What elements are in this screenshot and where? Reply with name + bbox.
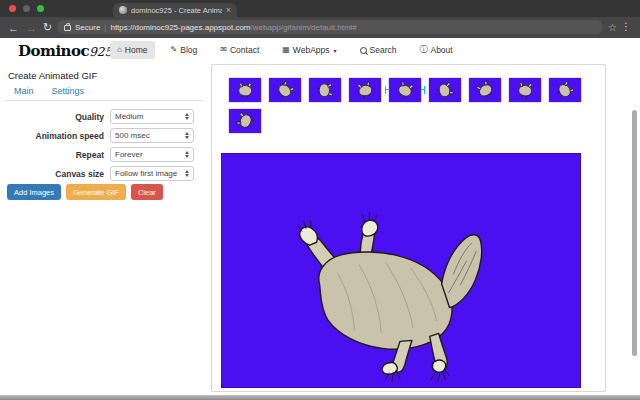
tab-close-icon[interactable]: × — [226, 6, 231, 15]
nav-item-webapps[interactable]: ▦WebApps▾ — [275, 41, 343, 59]
site-nav-list: ⌂Home✎Blog✉Contact▦WebApps▾SearchⓘAbout — [110, 41, 460, 59]
browser-menu-icon[interactable]: ⋮ — [621, 20, 631, 34]
window-bottom-edge — [0, 395, 640, 400]
frame-cat-glyph — [552, 77, 577, 103]
frame-cat-glyph — [234, 109, 256, 133]
secure-label: Secure — [75, 23, 100, 32]
frame-thumbnail-2[interactable] — [269, 78, 301, 102]
url-separator: | — [104, 23, 106, 32]
gif-editor-panel — [211, 64, 606, 392]
about-icon: ⓘ — [419, 46, 427, 54]
frame-cat-glyph — [393, 79, 417, 101]
frame-cat-glyph — [272, 77, 298, 102]
frame-strip — [212, 65, 605, 145]
form-row: RepeatForever — [0, 145, 208, 164]
nav-item-about[interactable]: ⓘAbout — [412, 41, 459, 59]
drag-insert-marker — [424, 86, 425, 94]
form-row: Animation speed500 msec — [0, 126, 208, 145]
nav-item-label: WebApps — [293, 45, 330, 55]
webapps-icon: ▦ — [282, 46, 290, 54]
frame-cat-glyph — [514, 81, 535, 99]
frame-thumbnail-10[interactable] — [229, 109, 261, 133]
search-icon — [360, 47, 367, 54]
frame-cat-glyph — [235, 82, 255, 98]
select-arrows-icon — [185, 113, 189, 120]
tab-title: dominoc925 - Create Anima — [131, 6, 222, 15]
chevron-down-icon: ▾ — [334, 47, 337, 54]
field-label: Canvas size — [0, 169, 110, 179]
nav-item-label: Search — [370, 45, 397, 55]
generate-gif-button[interactable]: Generate GIF — [66, 184, 126, 200]
page-scrollbar[interactable] — [632, 110, 637, 356]
nav-item-label: Contact — [230, 45, 259, 55]
frame-thumbnail-5[interactable] — [389, 78, 421, 102]
preview-canvas — [221, 153, 581, 388]
frame-cat-glyph — [434, 78, 456, 102]
frame-thumbnail-4[interactable] — [349, 78, 381, 102]
field-label: Animation speed — [0, 131, 110, 141]
select-arrows-icon — [185, 132, 189, 139]
action-buttons: Add ImagesGenerate GIFClear — [7, 184, 163, 200]
nav-item-blog[interactable]: ✎Blog — [164, 41, 205, 59]
nav-item-label: Home — [125, 45, 148, 55]
field-label: Repeat — [0, 150, 110, 160]
canvas-size-select[interactable]: Follow first image — [110, 166, 194, 181]
sidebar-tabs: MainSettings — [14, 86, 84, 96]
frame-cat-glyph — [316, 79, 334, 100]
favicon — [119, 6, 127, 14]
select-arrows-icon — [185, 151, 189, 158]
nav-item-label: About — [430, 45, 452, 55]
frame-cat-glyph — [353, 80, 376, 101]
browser-tab[interactable]: dominoc925 - Create Anima × — [113, 3, 237, 17]
nav-item-label: Blog — [180, 45, 197, 55]
frame-thumbnail-8[interactable] — [509, 78, 541, 102]
page-title: Create Animated GIF — [8, 70, 97, 81]
window-controls — [9, 5, 44, 12]
add-images-button[interactable]: Add Images — [7, 184, 61, 200]
select-value: Medium — [115, 112, 183, 121]
url-path: /webapp/gifanim/default.html# — [251, 23, 357, 32]
nav-item-home[interactable]: ⌂Home — [110, 41, 155, 59]
frame-thumbnail-3[interactable] — [309, 78, 341, 102]
blog-icon: ✎ — [171, 46, 178, 54]
browser-toolbar: ← → ↻ Secure | https://dominoc925-pages.… — [0, 17, 640, 38]
select-value: Follow first image — [115, 169, 183, 178]
frame-cat-glyph — [472, 78, 498, 103]
sidebar-tab-main[interactable]: Main — [14, 86, 34, 96]
tabs-divider — [5, 100, 203, 101]
field-label: Quality — [0, 112, 110, 122]
clear-button[interactable]: Clear — [131, 184, 163, 200]
address-bar[interactable]: Secure | https://dominoc925-pages.appspo… — [57, 20, 603, 34]
nav-item-contact[interactable]: ✉Contact — [213, 41, 266, 59]
maximize-window-button[interactable] — [37, 5, 44, 12]
frame-thumbnail-7[interactable] — [469, 78, 501, 102]
animation-speed-select[interactable]: 500 msec — [110, 128, 194, 143]
cat-image — [222, 154, 580, 387]
browser-tab-strip: dominoc925 - Create Anima × — [0, 0, 640, 17]
select-arrows-icon — [185, 170, 189, 177]
logo-sub: 925 — [89, 45, 112, 59]
back-button[interactable]: ← — [8, 17, 19, 38]
bookmark-star-icon[interactable]: ☆ — [608, 21, 617, 34]
settings-form: QualityMediumAnimation speed500 msecRepe… — [0, 107, 208, 183]
select-value: 500 msec — [115, 131, 183, 140]
browser-window: dominoc925 - Create Anima × ← → ↻ Secure… — [0, 0, 640, 400]
close-window-button[interactable] — [9, 5, 16, 12]
reload-button[interactable]: ↻ — [43, 17, 52, 38]
form-row: Canvas sizeFollow first image — [0, 164, 208, 183]
quality-select[interactable]: Medium — [110, 109, 194, 124]
forward-button[interactable]: → — [26, 17, 37, 38]
form-row: QualityMedium — [0, 107, 208, 126]
frame-thumbnail-9[interactable] — [549, 78, 581, 102]
minimize-window-button[interactable] — [23, 5, 30, 12]
select-value: Forever — [115, 150, 183, 159]
secure-lock-icon — [64, 25, 71, 31]
site-logo[interactable]: Dominoc925 — [18, 42, 112, 60]
frame-thumbnail-6[interactable] — [429, 78, 461, 102]
repeat-select[interactable]: Forever — [110, 147, 194, 162]
drag-insert-marker — [385, 86, 386, 94]
sidebar-tab-settings[interactable]: Settings — [52, 86, 85, 96]
nav-item-search[interactable]: Search — [353, 41, 404, 59]
url-host: https://dominoc925-pages.appspot.com — [110, 23, 250, 32]
frame-thumbnail-1[interactable] — [229, 78, 261, 102]
